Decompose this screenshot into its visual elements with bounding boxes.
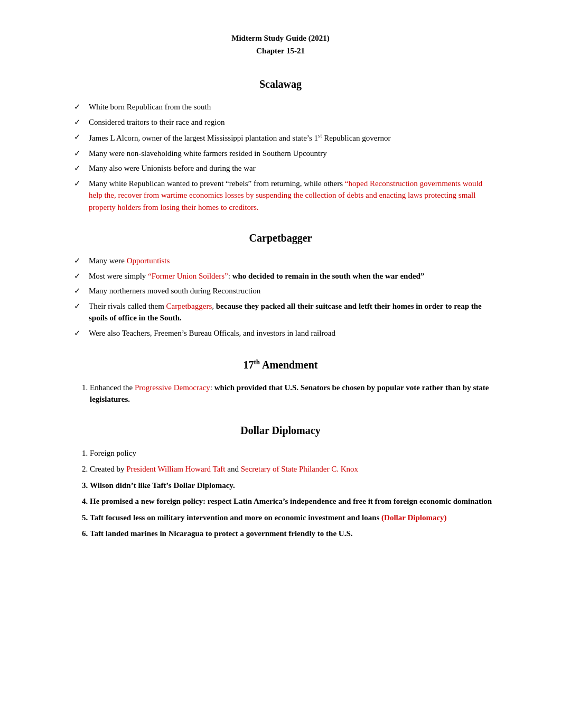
list-item: Their rivals called them Carpetbaggers, … xyxy=(74,300,498,324)
page-header: Midterm Study Guide (2021) Chapter 15-21 xyxy=(63,32,498,57)
list-item: Created by President William Howard Taft… xyxy=(90,463,498,475)
list-item: James L Alcorn, owner of the largest Mis… xyxy=(74,131,498,144)
scalawag-section: Scalawag White born Republican from the … xyxy=(63,78,498,213)
carpetbagger-title: Carpetbagger xyxy=(63,232,498,244)
header-line2: Chapter 15-21 xyxy=(63,44,498,57)
carpetbagger-list: Many were Opportuntists Most were simply… xyxy=(63,255,498,339)
list-item: Were also Teachers, Freemen’s Bureau Off… xyxy=(74,327,498,339)
header-line1: Midterm Study Guide (2021) xyxy=(63,32,498,44)
scalawag-title: Scalawag xyxy=(63,78,498,90)
list-item: Taft landed marines in Nicaragua to prot… xyxy=(90,528,498,540)
list-item: Many also were Unionists before and duri… xyxy=(74,162,498,174)
list-item: Wilson didn’t like Taft’s Dollar Diploma… xyxy=(90,480,498,492)
scalawag-list: White born Republican from the south Con… xyxy=(63,101,498,213)
list-item: Many northerners moved south during Reco… xyxy=(74,285,498,297)
list-item: Most were simply “Former Union Soilders”… xyxy=(74,270,498,282)
list-item: Many white Republican wanted to prevent … xyxy=(74,178,498,214)
list-item: Considered traitors to their race and re… xyxy=(74,116,498,128)
list-item: White born Republican from the south xyxy=(74,101,498,113)
list-item: Foreign policy xyxy=(90,447,498,459)
amendment17-list: Enhanced the Progressive Democracy: whic… xyxy=(63,382,498,406)
dollar-diplomacy-list: Foreign policy Created by President Will… xyxy=(63,447,498,540)
list-item: Taft focused less on military interventi… xyxy=(90,512,498,524)
list-item: Many were Opportuntists xyxy=(74,255,498,267)
list-item: He promised a new foreign policy: respec… xyxy=(90,495,498,508)
carpetbagger-section: Carpetbagger Many were Opportuntists Mos… xyxy=(63,232,498,339)
dollar-diplomacy-title: Dollar Diplomacy xyxy=(63,425,498,437)
list-item: Many were non-slaveholding white farmers… xyxy=(74,148,498,160)
list-item: Enhanced the Progressive Democracy: whic… xyxy=(90,382,498,406)
amendment17-section: 17th Amendment Enhanced the Progressive … xyxy=(63,358,498,406)
amendment17-title: 17th Amendment xyxy=(63,358,498,371)
dollar-diplomacy-section: Dollar Diplomacy Foreign policy Created … xyxy=(63,425,498,540)
